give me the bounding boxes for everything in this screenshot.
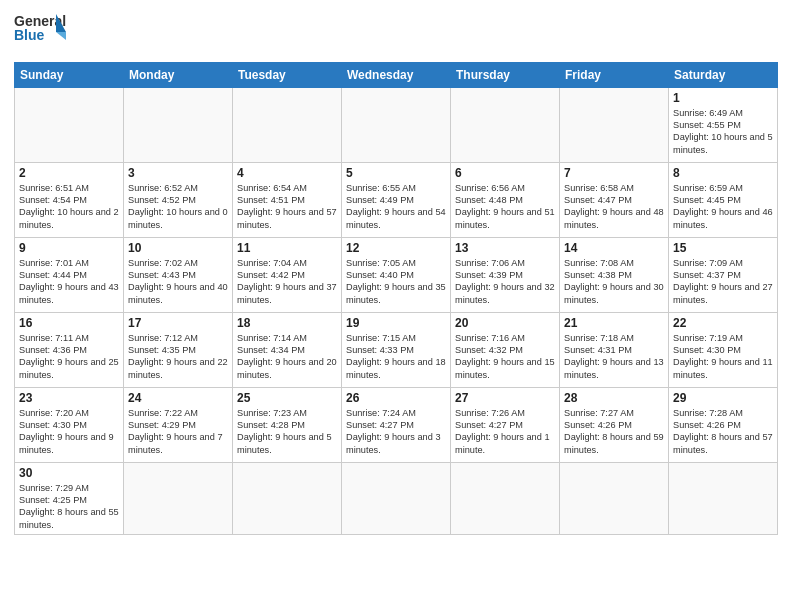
day-info: Sunrise: 7:27 AM Sunset: 4:26 PM Dayligh… <box>564 407 664 457</box>
calendar-cell: 2Sunrise: 6:51 AM Sunset: 4:54 PM Daylig… <box>15 162 124 237</box>
day-number: 3 <box>128 166 228 180</box>
calendar-cell: 28Sunrise: 7:27 AM Sunset: 4:26 PM Dayli… <box>560 387 669 462</box>
day-number: 30 <box>19 466 119 480</box>
calendar-cell: 20Sunrise: 7:16 AM Sunset: 4:32 PM Dayli… <box>451 312 560 387</box>
day-number: 1 <box>673 91 773 105</box>
day-info: Sunrise: 7:19 AM Sunset: 4:30 PM Dayligh… <box>673 332 773 382</box>
day-info: Sunrise: 6:54 AM Sunset: 4:51 PM Dayligh… <box>237 182 337 232</box>
calendar-cell: 16Sunrise: 7:11 AM Sunset: 4:36 PM Dayli… <box>15 312 124 387</box>
day-info: Sunrise: 7:05 AM Sunset: 4:40 PM Dayligh… <box>346 257 446 307</box>
day-info: Sunrise: 7:11 AM Sunset: 4:36 PM Dayligh… <box>19 332 119 382</box>
calendar-cell: 15Sunrise: 7:09 AM Sunset: 4:37 PM Dayli… <box>669 237 778 312</box>
day-number: 21 <box>564 316 664 330</box>
day-number: 13 <box>455 241 555 255</box>
svg-marker-3 <box>56 32 66 40</box>
day-info: Sunrise: 7:22 AM Sunset: 4:29 PM Dayligh… <box>128 407 228 457</box>
svg-text:Blue: Blue <box>14 27 45 43</box>
calendar-cell: 12Sunrise: 7:05 AM Sunset: 4:40 PM Dayli… <box>342 237 451 312</box>
day-info: Sunrise: 6:51 AM Sunset: 4:54 PM Dayligh… <box>19 182 119 232</box>
calendar-cell: 7Sunrise: 6:58 AM Sunset: 4:47 PM Daylig… <box>560 162 669 237</box>
calendar-cell: 13Sunrise: 7:06 AM Sunset: 4:39 PM Dayli… <box>451 237 560 312</box>
day-number: 23 <box>19 391 119 405</box>
calendar-cell <box>233 462 342 535</box>
day-number: 19 <box>346 316 446 330</box>
page-header: GeneralBlue <box>14 10 778 54</box>
calendar-cell: 4Sunrise: 6:54 AM Sunset: 4:51 PM Daylig… <box>233 162 342 237</box>
calendar-cell <box>451 87 560 162</box>
day-number: 4 <box>237 166 337 180</box>
day-info: Sunrise: 6:52 AM Sunset: 4:52 PM Dayligh… <box>128 182 228 232</box>
day-info: Sunrise: 7:04 AM Sunset: 4:42 PM Dayligh… <box>237 257 337 307</box>
calendar-cell <box>15 87 124 162</box>
calendar-cell: 3Sunrise: 6:52 AM Sunset: 4:52 PM Daylig… <box>124 162 233 237</box>
day-number: 28 <box>564 391 664 405</box>
weekday-header-sunday: Sunday <box>15 62 124 87</box>
day-number: 27 <box>455 391 555 405</box>
day-number: 11 <box>237 241 337 255</box>
day-info: Sunrise: 7:06 AM Sunset: 4:39 PM Dayligh… <box>455 257 555 307</box>
calendar-cell <box>560 462 669 535</box>
day-number: 20 <box>455 316 555 330</box>
calendar-cell: 21Sunrise: 7:18 AM Sunset: 4:31 PM Dayli… <box>560 312 669 387</box>
calendar-cell: 8Sunrise: 6:59 AM Sunset: 4:45 PM Daylig… <box>669 162 778 237</box>
calendar-cell: 24Sunrise: 7:22 AM Sunset: 4:29 PM Dayli… <box>124 387 233 462</box>
calendar-cell: 11Sunrise: 7:04 AM Sunset: 4:42 PM Dayli… <box>233 237 342 312</box>
day-info: Sunrise: 7:28 AM Sunset: 4:26 PM Dayligh… <box>673 407 773 457</box>
day-number: 18 <box>237 316 337 330</box>
day-info: Sunrise: 7:23 AM Sunset: 4:28 PM Dayligh… <box>237 407 337 457</box>
calendar-cell: 10Sunrise: 7:02 AM Sunset: 4:43 PM Dayli… <box>124 237 233 312</box>
day-info: Sunrise: 7:01 AM Sunset: 4:44 PM Dayligh… <box>19 257 119 307</box>
day-info: Sunrise: 7:26 AM Sunset: 4:27 PM Dayligh… <box>455 407 555 457</box>
weekday-header-friday: Friday <box>560 62 669 87</box>
calendar-cell: 29Sunrise: 7:28 AM Sunset: 4:26 PM Dayli… <box>669 387 778 462</box>
weekday-header-monday: Monday <box>124 62 233 87</box>
weekday-header-tuesday: Tuesday <box>233 62 342 87</box>
day-info: Sunrise: 7:14 AM Sunset: 4:34 PM Dayligh… <box>237 332 337 382</box>
weekday-header-thursday: Thursday <box>451 62 560 87</box>
calendar-cell: 6Sunrise: 6:56 AM Sunset: 4:48 PM Daylig… <box>451 162 560 237</box>
calendar-cell <box>342 87 451 162</box>
day-info: Sunrise: 6:56 AM Sunset: 4:48 PM Dayligh… <box>455 182 555 232</box>
day-number: 8 <box>673 166 773 180</box>
calendar-cell <box>124 87 233 162</box>
day-number: 17 <box>128 316 228 330</box>
calendar-cell: 1Sunrise: 6:49 AM Sunset: 4:55 PM Daylig… <box>669 87 778 162</box>
day-number: 2 <box>19 166 119 180</box>
day-info: Sunrise: 7:20 AM Sunset: 4:30 PM Dayligh… <box>19 407 119 457</box>
day-number: 24 <box>128 391 228 405</box>
logo: GeneralBlue <box>14 10 69 54</box>
day-number: 9 <box>19 241 119 255</box>
day-info: Sunrise: 7:24 AM Sunset: 4:27 PM Dayligh… <box>346 407 446 457</box>
day-number: 10 <box>128 241 228 255</box>
calendar-cell: 27Sunrise: 7:26 AM Sunset: 4:27 PM Dayli… <box>451 387 560 462</box>
day-number: 29 <box>673 391 773 405</box>
calendar-cell: 9Sunrise: 7:01 AM Sunset: 4:44 PM Daylig… <box>15 237 124 312</box>
calendar-cell: 22Sunrise: 7:19 AM Sunset: 4:30 PM Dayli… <box>669 312 778 387</box>
day-info: Sunrise: 7:02 AM Sunset: 4:43 PM Dayligh… <box>128 257 228 307</box>
day-number: 25 <box>237 391 337 405</box>
calendar-cell <box>560 87 669 162</box>
calendar-cell: 14Sunrise: 7:08 AM Sunset: 4:38 PM Dayli… <box>560 237 669 312</box>
day-info: Sunrise: 7:29 AM Sunset: 4:25 PM Dayligh… <box>19 482 119 532</box>
day-info: Sunrise: 7:09 AM Sunset: 4:37 PM Dayligh… <box>673 257 773 307</box>
day-number: 26 <box>346 391 446 405</box>
calendar-cell <box>451 462 560 535</box>
day-number: 16 <box>19 316 119 330</box>
day-info: Sunrise: 7:15 AM Sunset: 4:33 PM Dayligh… <box>346 332 446 382</box>
day-info: Sunrise: 7:08 AM Sunset: 4:38 PM Dayligh… <box>564 257 664 307</box>
weekday-header-saturday: Saturday <box>669 62 778 87</box>
calendar-cell <box>124 462 233 535</box>
calendar-cell: 25Sunrise: 7:23 AM Sunset: 4:28 PM Dayli… <box>233 387 342 462</box>
calendar-cell: 26Sunrise: 7:24 AM Sunset: 4:27 PM Dayli… <box>342 387 451 462</box>
day-info: Sunrise: 6:59 AM Sunset: 4:45 PM Dayligh… <box>673 182 773 232</box>
day-info: Sunrise: 7:16 AM Sunset: 4:32 PM Dayligh… <box>455 332 555 382</box>
calendar-cell <box>233 87 342 162</box>
weekday-header-wednesday: Wednesday <box>342 62 451 87</box>
day-number: 15 <box>673 241 773 255</box>
day-info: Sunrise: 7:12 AM Sunset: 4:35 PM Dayligh… <box>128 332 228 382</box>
calendar-cell: 19Sunrise: 7:15 AM Sunset: 4:33 PM Dayli… <box>342 312 451 387</box>
day-info: Sunrise: 7:18 AM Sunset: 4:31 PM Dayligh… <box>564 332 664 382</box>
calendar-cell: 30Sunrise: 7:29 AM Sunset: 4:25 PM Dayli… <box>15 462 124 535</box>
day-info: Sunrise: 6:49 AM Sunset: 4:55 PM Dayligh… <box>673 107 773 157</box>
day-number: 22 <box>673 316 773 330</box>
